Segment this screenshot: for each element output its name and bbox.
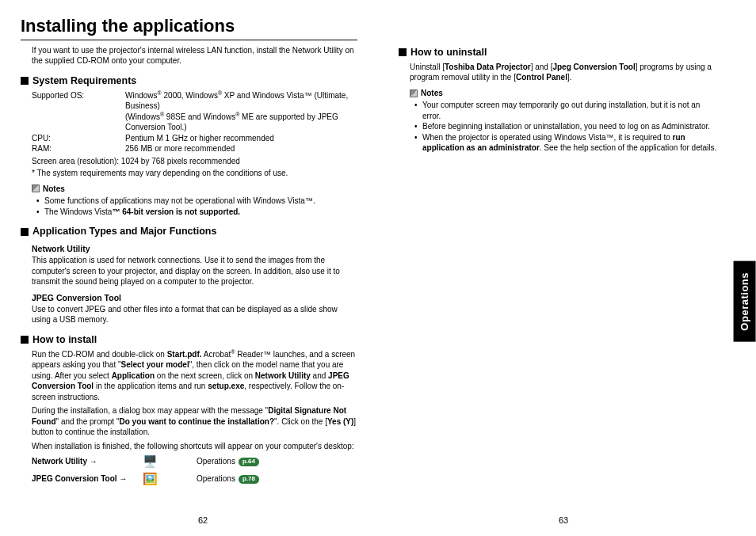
notes-icon xyxy=(32,184,40,192)
shortcut-row: JPEG Conversion Tool → 🖼️ Operationsp.78 xyxy=(32,472,357,486)
ram-label: RAM: xyxy=(32,143,125,154)
sc2-label: JPEG Conversion Tool → xyxy=(32,473,143,485)
list-item: Before beginning installation or uninsta… xyxy=(414,121,718,132)
apptypes-body: Network Utility This application is used… xyxy=(32,243,357,325)
sysreq-footnote: * The system requirements may vary depen… xyxy=(32,168,357,179)
cpu-label: CPU: xyxy=(32,133,125,144)
uninstall-body: Uninstall [Toshiba Data Projector] and [… xyxy=(410,62,718,154)
sysreq-notes-heading: Notes xyxy=(32,184,357,195)
uninstall-heading: How to uninstall xyxy=(399,46,718,59)
intro-text: If you want to use the projector's inter… xyxy=(32,45,357,67)
sysreq-notes-list: Some functions of applications may not b… xyxy=(36,196,357,217)
screen-res: Screen area (resolution): 1024 by 768 pi… xyxy=(32,156,357,167)
os-value-1: Windows® 2000, Windows® XP and Windows V… xyxy=(125,90,357,112)
page-number-right: 63 xyxy=(559,515,568,526)
install-p1: Run the CD-ROM and double-click on Start… xyxy=(32,349,357,403)
jc-title: JPEG Conversion Tool xyxy=(32,292,357,303)
sc1-op: Operationsp.64 xyxy=(197,456,259,467)
uninstall-notes-list: Your computer screen may temporarily go … xyxy=(414,100,718,154)
page-title: Installing the applications xyxy=(21,14,357,40)
list-item: When the projector is operated using Win… xyxy=(414,132,718,154)
jc-body: Use to convert JPEG and other files into… xyxy=(32,304,357,325)
list-item: Some functions of applications may not b… xyxy=(36,196,357,207)
section-tab: Operations xyxy=(734,261,756,342)
list-item: Your computer screen may temporarily go … xyxy=(414,100,718,121)
network-utility-icon: 🖥️ xyxy=(143,454,157,469)
notes-icon xyxy=(410,89,418,97)
sysreq-body: Supported OS:Windows® 2000, Windows® XP … xyxy=(32,90,357,218)
ram-value: 256 MB or more recommended xyxy=(125,143,357,154)
uninstall-notes-heading: Notes xyxy=(410,88,718,99)
right-page: How to uninstall Uninstall [Toshiba Data… xyxy=(378,0,739,154)
sc1-label: Network Utility → xyxy=(32,456,143,467)
shortcut-row: Network Utility → 🖥️ Operationsp.64 xyxy=(32,454,357,469)
list-item: The Windows Vista™ 64-bit version is not… xyxy=(36,207,357,218)
sc2-op: Operationsp.78 xyxy=(197,473,259,485)
install-heading: How to install xyxy=(21,333,357,347)
install-p3: When installation is finished, the follo… xyxy=(32,441,357,452)
apptypes-heading: Application Types and Major Functions xyxy=(21,225,357,238)
page-ref-pill: p.78 xyxy=(239,475,259,484)
sysreq-heading: System Requirements xyxy=(21,74,357,88)
install-body: Run the CD-ROM and double-click on Start… xyxy=(32,349,357,487)
os-label: Supported OS: xyxy=(32,90,125,112)
left-page: Installing the applications If you want … xyxy=(0,0,378,489)
nu-body: This application is used for network con… xyxy=(32,255,357,287)
install-p2: During the installation, a dialog box ma… xyxy=(32,405,357,438)
page-ref-pill: p.64 xyxy=(239,458,259,466)
cpu-value: Pentium M 1 GHz or higher recommended xyxy=(125,133,357,144)
jpeg-tool-icon: 🖼️ xyxy=(143,472,157,486)
uninstall-text: Uninstall [Toshiba Data Projector] and [… xyxy=(410,62,718,83)
nu-title: Network Utility xyxy=(32,243,357,254)
os-value-2: (Windows® 98SE and Windows® ME are suppo… xyxy=(125,112,357,133)
page-number-left: 62 xyxy=(198,515,208,526)
